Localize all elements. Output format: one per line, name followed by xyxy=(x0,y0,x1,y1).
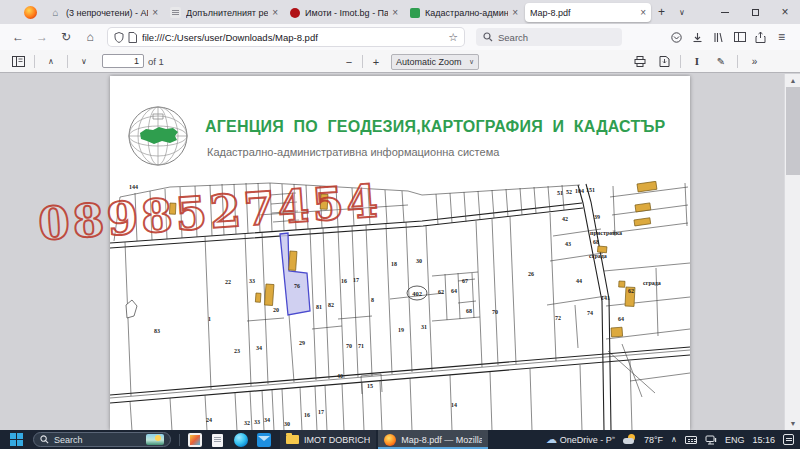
forward-icon[interactable]: → xyxy=(30,30,54,44)
scroll-down-icon[interactable]: ▼ xyxy=(785,417,800,430)
tab-resource[interactable]: Допълнителният ресурс по × xyxy=(165,3,283,22)
agency-subtitle: Кадастрално-административна информационн… xyxy=(207,146,499,158)
next-page-icon[interactable]: ∨ xyxy=(72,57,96,66)
scrollbar[interactable]: ▲ ▼ xyxy=(784,74,800,430)
scroll-up-icon[interactable]: ▲ xyxy=(785,74,800,87)
temperature-label[interactable]: 78°F xyxy=(644,435,663,445)
home-button-icon[interactable]: ⌂ xyxy=(78,30,102,44)
tab-title: Имоти - Imot.bg - Пазарът н xyxy=(305,8,388,18)
close-icon[interactable]: × xyxy=(512,7,518,18)
page-number-input[interactable]: 1 xyxy=(102,54,144,68)
agency-logo-globe xyxy=(126,104,190,168)
page-count-label: of 1 xyxy=(148,56,164,67)
shield-icon[interactable] xyxy=(114,32,124,43)
svg-text:74: 74 xyxy=(587,310,593,316)
page-icon[interactable] xyxy=(128,32,137,43)
onedrive-item[interactable]: ☁ OneDrive - P» xyxy=(546,434,615,445)
search-bar[interactable]: Search xyxy=(476,28,622,46)
taskbar-window-imot[interactable]: IMOT DOBRICH xyxy=(280,430,376,449)
svg-text:68: 68 xyxy=(466,308,472,314)
tab-title: Кадастрално-административн xyxy=(425,8,508,18)
minimize-button[interactable] xyxy=(710,0,740,24)
edge-icon[interactable] xyxy=(234,433,248,447)
svg-text:64: 64 xyxy=(618,316,624,322)
print-icon[interactable] xyxy=(628,56,652,67)
notification-icon[interactable] xyxy=(783,434,794,445)
svg-text:19: 19 xyxy=(398,327,404,333)
sidebar-icon[interactable] xyxy=(729,32,750,42)
scrollbar-thumb[interactable] xyxy=(786,87,800,175)
svg-text:72: 72 xyxy=(555,315,561,321)
back-icon[interactable]: ← xyxy=(6,30,30,44)
tab-kais[interactable]: Кадастрално-административн × xyxy=(405,3,523,22)
close-icon[interactable]: × xyxy=(272,7,278,18)
tab-imot-bg[interactable]: Имоти - Imot.bg - Пазарът н × xyxy=(285,3,403,22)
tab-title: Допълнителният ресурс по xyxy=(186,8,268,18)
zoom-select[interactable]: Automatic Zoom ∨ xyxy=(391,54,479,70)
svg-text:24: 24 xyxy=(206,417,212,423)
previous-page-icon[interactable]: ∧ xyxy=(39,57,63,66)
svg-text:71: 71 xyxy=(358,343,364,349)
document-app-icon[interactable] xyxy=(212,434,223,447)
imot-icon xyxy=(290,8,300,18)
downloads-icon[interactable] xyxy=(687,32,708,43)
svg-text:8: 8 xyxy=(371,297,374,303)
more-tools-icon[interactable]: » xyxy=(742,56,766,67)
tab-map-pdf-active[interactable]: Map-8.pdf × xyxy=(525,3,651,22)
share-icon[interactable] xyxy=(750,32,771,43)
tab-abv-mail[interactable]: ⌂ (3 непрочетени) - АБВ поща × xyxy=(45,3,163,22)
network-icon[interactable] xyxy=(705,435,717,445)
toolbar-icons: ≡ xyxy=(666,30,800,44)
zoom-out-button[interactable]: − xyxy=(340,56,358,68)
mail-app-icon[interactable] xyxy=(257,433,271,447)
svg-text:16: 16 xyxy=(341,278,347,284)
highlighted-parcel[interactable] xyxy=(280,233,310,315)
weather-icon[interactable] xyxy=(623,434,636,446)
url-text[interactable]: file:///C:/Users/user/Downloads/Map-8.pd… xyxy=(142,32,444,43)
firefox-icon[interactable] xyxy=(24,6,37,19)
clock-label[interactable]: 15:16 xyxy=(752,435,775,445)
svg-text:29: 29 xyxy=(299,340,305,346)
draw-icon[interactable]: ✎ xyxy=(709,56,733,67)
bookmark-star-icon[interactable]: ☆ xyxy=(448,31,458,44)
svg-text:83: 83 xyxy=(154,328,160,334)
close-icon[interactable]: × xyxy=(392,7,398,18)
zoom-level-label: Automatic Zoom xyxy=(396,57,462,67)
close-window-button[interactable]: × xyxy=(770,0,800,24)
new-tab-button[interactable]: + xyxy=(651,5,672,19)
text-tool-icon[interactable]: I xyxy=(685,55,709,67)
pdf-page: АГЕНЦИЯ ПО ГЕОДЕЗИЯ,КАРТОГРАФИЯ И КАДАСТ… xyxy=(110,76,690,430)
url-bar[interactable]: file:///C:/Users/user/Downloads/Map-8.pd… xyxy=(108,28,464,46)
svg-text:70: 70 xyxy=(492,309,498,315)
zoom-controls: − + Automatic Zoom ∨ xyxy=(340,50,479,73)
touch-keyboard-icon[interactable] xyxy=(685,436,697,444)
list-tabs-icon[interactable]: ∨ xyxy=(672,8,692,17)
save-icon[interactable] xyxy=(652,56,676,67)
close-icon[interactable]: × xyxy=(152,7,158,18)
photos-app-icon[interactable] xyxy=(188,433,202,447)
svg-text:23: 23 xyxy=(234,348,240,354)
tab-title: Map-8.pdf xyxy=(530,8,636,18)
svg-text:пристройка: пристройка xyxy=(590,230,622,236)
toggle-sidebar-icon[interactable] xyxy=(6,56,30,67)
close-icon[interactable]: × xyxy=(640,7,646,18)
home-icon: ⌂ xyxy=(50,7,61,18)
navigation-bar: ← → ↻ ⌂ file:///C:/Users/user/Downloads/… xyxy=(0,24,800,50)
hidden-icons-caret[interactable]: ∧ xyxy=(671,435,677,444)
restore-button[interactable] xyxy=(740,0,770,24)
reload-icon[interactable]: ↻ xyxy=(54,30,78,44)
chevron-down-icon: ∨ xyxy=(469,58,474,66)
taskbar-search[interactable]: Search xyxy=(33,432,171,447)
svg-text:14: 14 xyxy=(451,402,457,408)
language-label[interactable]: ENG xyxy=(725,435,745,445)
svg-text:70: 70 xyxy=(346,343,352,349)
zoom-in-button[interactable]: + xyxy=(367,56,385,68)
svg-text:1: 1 xyxy=(208,316,211,322)
library-icon[interactable] xyxy=(708,32,729,43)
window-label: Map-8.pdf — Mozilla ... xyxy=(401,435,482,445)
start-button[interactable] xyxy=(10,433,23,446)
svg-text:68: 68 xyxy=(593,239,599,245)
pocket-icon[interactable] xyxy=(666,32,687,43)
taskbar-window-firefox[interactable]: Map-8.pdf — Mozilla ... xyxy=(378,430,488,449)
menu-icon[interactable]: ≡ xyxy=(771,30,792,44)
